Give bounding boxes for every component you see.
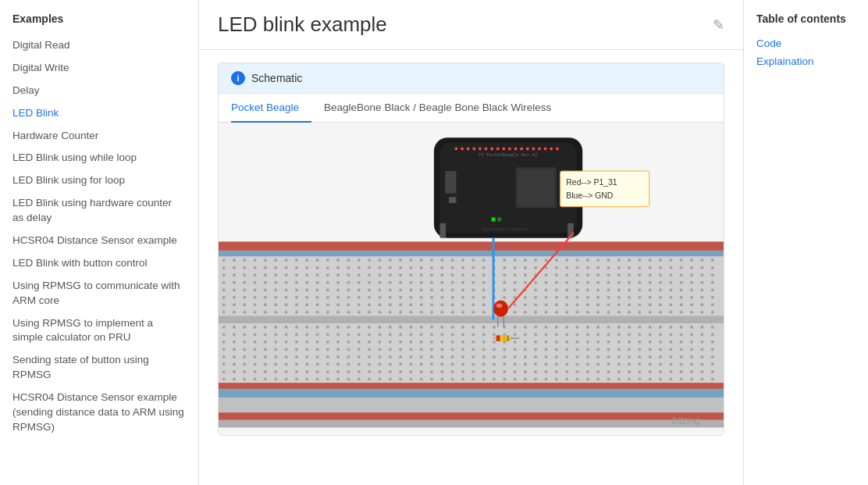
svg-rect-53 [503,335,505,341]
sidebar-item-led-blink-for[interactable]: LED Blink using for loop [0,169,198,192]
svg-point-35 [556,148,559,151]
main-content-area: i Schematic Pocket Beagle BeagleBone Bla… [199,50,743,485]
svg-point-22 [478,148,482,151]
svg-point-27 [508,148,511,151]
svg-rect-8 [219,398,724,412]
sidebar-title: Examples [0,12,198,34]
svg-rect-38 [445,171,456,194]
sidebar-item-led-blink-while[interactable]: LED Blink using while loop [0,147,198,169]
svg-point-24 [490,148,493,151]
svg-rect-1 [219,241,724,250]
svg-rect-42 [440,223,446,238]
svg-rect-54 [507,335,509,341]
page-title: LED blink example [218,12,713,37]
sidebar-item-hcsr04[interactable]: HCSR04 Distance Sensor example [0,230,198,252]
schematic-box: i Schematic Pocket Beagle BeagleBone Bla… [218,62,724,436]
tab-pocket-beagle[interactable]: Pocket Beagle [231,94,311,123]
svg-point-41 [497,217,502,222]
schematic-svg-container: P2 PocketBeagle Rev A2 [219,123,724,435]
svg-rect-10 [219,420,724,428]
sidebar-item-hardware-counter[interactable]: Hardware Counter [0,125,198,148]
svg-point-34 [550,148,553,151]
svg-point-32 [538,148,541,151]
main-content: LED blink example ✎ i Schematic Pocket B… [199,0,743,485]
svg-rect-7 [219,389,724,398]
svg-text:Red--> P1_31: Red--> P1_31 [566,178,617,187]
svg-text:fritzing: fritzing [671,415,700,426]
svg-point-47 [496,303,503,308]
svg-rect-37 [518,169,554,206]
table-of-contents: Table of contents CodeExplaination [743,0,868,485]
svg-point-28 [514,148,518,151]
page-header: LED blink example ✎ [199,0,743,50]
svg-text:P2 PocketBeagle Rev A2: P2 PocketBeagle Rev A2 [478,152,537,158]
svg-point-19 [461,148,464,151]
sidebar-item-digital-write[interactable]: Digital Write [0,57,198,80]
tab-beaglebone-black[interactable]: BeagleBone Black / Beagle Bone Black Wir… [324,94,564,123]
svg-rect-9 [219,412,724,420]
toc-title: Table of contents [756,12,856,25]
svg-rect-39 [449,197,457,203]
schematic-header: i Schematic [219,63,724,94]
sidebar: Examples Digital ReadDigital WriteDelayL… [0,0,199,485]
sidebar-item-rpmsg-calc[interactable]: Using RPMSG to implement a simple calcul… [0,312,198,350]
svg-rect-6 [219,383,724,389]
svg-point-33 [544,148,547,151]
svg-point-26 [502,148,505,151]
svg-point-25 [496,148,500,151]
toc-item-code[interactable]: Code [756,34,856,52]
schematic-image-area: P2 PocketBeagle Rev A2 [219,123,724,435]
svg-rect-4 [219,316,724,324]
sidebar-item-rpmsg-button[interactable]: Sending state of button using RPMSG [0,349,198,387]
sidebar-item-hcsr04-rpmsg[interactable]: HCSR04 Distance Sensor example (sending … [0,387,198,439]
svg-rect-13 [222,258,720,313]
info-icon: i [231,71,245,85]
svg-rect-52 [496,335,500,341]
sidebar-item-led-blink[interactable]: LED Blink [0,102,198,125]
svg-point-30 [526,148,529,151]
svg-text:Blue--> GND: Blue--> GND [566,191,614,200]
svg-point-20 [467,148,470,151]
sidebar-item-led-blink-hw-counter[interactable]: LED Blink using hardware counter as dela… [0,192,198,230]
svg-rect-57 [560,171,649,207]
svg-point-31 [532,148,535,151]
sidebar-item-digital-read[interactable]: Digital Read [0,34,198,57]
svg-point-46 [493,301,508,317]
svg-rect-14 [222,325,720,380]
edit-icon[interactable]: ✎ [713,16,724,34]
sidebar-item-rpmsg-arm[interactable]: Using RPMSG to communicate with ARM core [0,275,198,312]
svg-point-21 [472,148,475,151]
svg-point-18 [455,148,458,151]
tabs-container: Pocket Beagle BeagleBone Black / Beagle … [219,94,724,123]
sidebar-item-led-blink-button[interactable]: LED Blink with button control [0,252,198,275]
svg-point-40 [491,217,496,222]
svg-point-23 [485,148,488,151]
schematic-label: Schematic [251,72,302,84]
svg-rect-2 [219,251,724,257]
toc-item-explanation[interactable]: Explaination [756,52,856,70]
svg-point-29 [520,148,523,151]
sidebar-item-delay[interactable]: Delay [0,80,198,102]
